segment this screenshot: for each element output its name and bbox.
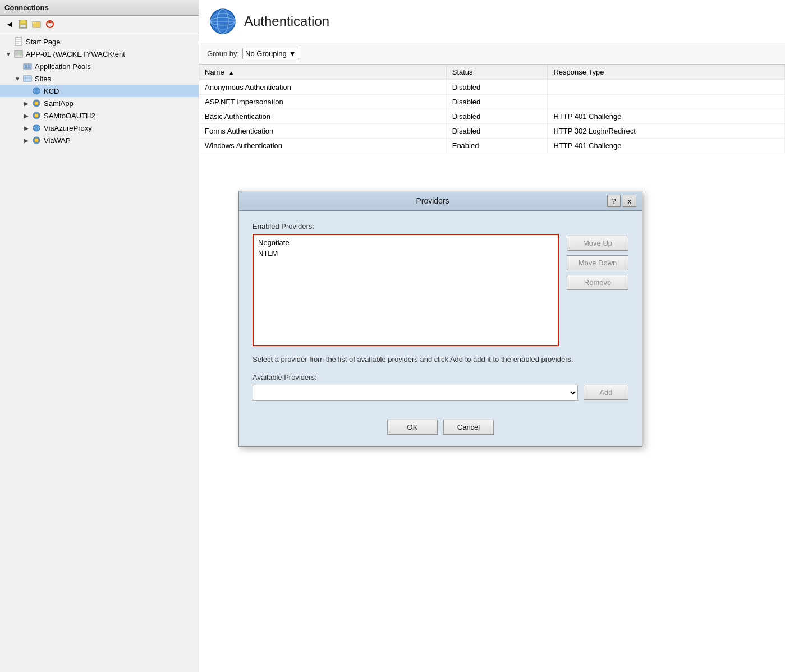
expander-viawap: ▶: [22, 136, 30, 144]
globe-icon-viaazureproxy: [31, 123, 42, 133]
tree-item-kcd[interactable]: KCD: [0, 85, 199, 97]
add-button[interactable]: Add: [584, 385, 628, 400]
tree-label-start-page: Start Page: [26, 38, 60, 46]
tree-item-samltooauth2[interactable]: ▶ SAMtoOAUTH2: [0, 109, 199, 122]
tree-label-app-pools: Application Pools: [35, 62, 91, 71]
tree-item-server[interactable]: ▼ APP-01 (WACKETYWACK\ent: [0, 48, 199, 60]
tree-item-app-pools[interactable]: Application Pools: [0, 60, 199, 72]
tree-area: Start Page ▼ APP-01 (WACKETYWACK\ent: [0, 33, 199, 672]
dialog-close-button[interactable]: x: [623, 195, 636, 207]
providers-left: Enabled Providers: Negotiate NTLM: [253, 222, 559, 346]
svg-rect-17: [25, 65, 27, 68]
dialog-footer: OK Cancel: [239, 412, 642, 446]
providers-right-buttons: Move Up Move Down Remove: [567, 222, 628, 290]
move-down-button[interactable]: Move Down: [567, 255, 628, 270]
svg-rect-41: [35, 139, 38, 142]
globe-icon-samlapp: [31, 98, 42, 108]
expander-sites: ▼: [13, 75, 21, 82]
expander-app-pools: [13, 62, 21, 70]
globe-icon-samltooauth2: [31, 111, 42, 121]
toolbar: ◄: [0, 16, 199, 33]
refresh-button[interactable]: [44, 18, 56, 30]
provider-item-ntlm[interactable]: NTLM: [256, 248, 556, 259]
tree-label-sites: Sites: [35, 75, 51, 83]
dialog-help-button[interactable]: ?: [607, 195, 621, 207]
dialog-titlebar: Providers ? x: [239, 191, 642, 211]
globe-icon-kcd: [31, 86, 42, 96]
open-button[interactable]: [30, 18, 43, 30]
info-text: Select a provider from the list of avail…: [253, 354, 628, 365]
expander-samlapp: ▶: [22, 99, 30, 107]
tree-label-viaazureproxy: ViaAzureProxy: [44, 124, 92, 132]
tree-item-samlapp[interactable]: ▶ SamlApp: [0, 97, 199, 109]
back-button[interactable]: ◄: [3, 18, 16, 30]
left-panel: Connections ◄: [0, 0, 199, 672]
svg-rect-1: [21, 20, 25, 23]
tree-label-samltooauth2: SAMtoOAUTH2: [44, 112, 95, 120]
dialog-titlebar-buttons: ? x: [607, 195, 636, 207]
tree-label-samlapp: SamlApp: [44, 99, 74, 108]
sites-icon: [22, 73, 33, 84]
tree-item-viaazureproxy[interactable]: ▶ ViaAzureProxy: [0, 122, 199, 134]
remove-button[interactable]: Remove: [567, 275, 628, 290]
connections-title: Connections: [4, 3, 49, 12]
available-providers-select[interactable]: [253, 385, 578, 401]
tree-item-viawap[interactable]: ▶ ViaWAP: [0, 134, 199, 146]
tree-label-kcd: KCD: [44, 87, 59, 95]
svg-rect-29: [35, 102, 38, 105]
cancel-button[interactable]: Cancel: [443, 420, 494, 435]
ok-button[interactable]: OK: [387, 420, 438, 435]
dialog-body: Enabled Providers: Negotiate NTLM Move U…: [239, 211, 642, 412]
tree-label-viawap: ViaWAP: [44, 136, 71, 145]
dialog-title: Providers: [258, 196, 607, 205]
providers-layout: Enabled Providers: Negotiate NTLM Move U…: [253, 222, 628, 346]
available-providers-label: Available Providers:: [253, 373, 628, 381]
svg-point-14: [20, 52, 21, 53]
page-icon: [13, 36, 24, 47]
svg-rect-4: [33, 22, 36, 24]
expander-samltooauth2: ▶: [22, 112, 30, 119]
connections-header: Connections: [0, 0, 199, 16]
available-providers-row: Add: [253, 385, 628, 401]
tree-item-sites[interactable]: ▼ Sites: [0, 72, 199, 85]
server-icon: [13, 49, 24, 59]
enabled-providers-label: Enabled Providers:: [253, 222, 559, 231]
svg-rect-18: [28, 65, 30, 68]
tree-label-server: APP-01 (WACKETYWACK\ent: [26, 50, 125, 58]
move-up-button[interactable]: Move Up: [567, 236, 628, 251]
provider-item-negotiate[interactable]: Negotiate: [256, 237, 556, 248]
expander-start-page: [4, 38, 12, 45]
tree-item-start-page[interactable]: Start Page: [0, 35, 199, 48]
expander-server: ▼: [4, 50, 12, 58]
app-pools-icon: [22, 61, 33, 71]
providers-dialog: Providers ? x Enabled Providers: Negotia…: [238, 191, 642, 447]
svg-rect-19: [24, 76, 31, 81]
svg-rect-33: [35, 114, 38, 117]
globe-icon-viawap: [31, 135, 42, 145]
dialog-overlay: Providers ? x Enabled Providers: Negotia…: [199, 0, 785, 672]
expander-viaazureproxy: ▶: [22, 124, 30, 132]
save-button[interactable]: [17, 18, 29, 30]
expander-kcd: [22, 87, 30, 95]
svg-point-15: [20, 54, 21, 55]
svg-rect-2: [20, 25, 26, 27]
enabled-providers-box[interactable]: Negotiate NTLM: [253, 234, 559, 346]
right-panel: Authentication Group by: No Grouping ▼ N…: [199, 0, 785, 672]
